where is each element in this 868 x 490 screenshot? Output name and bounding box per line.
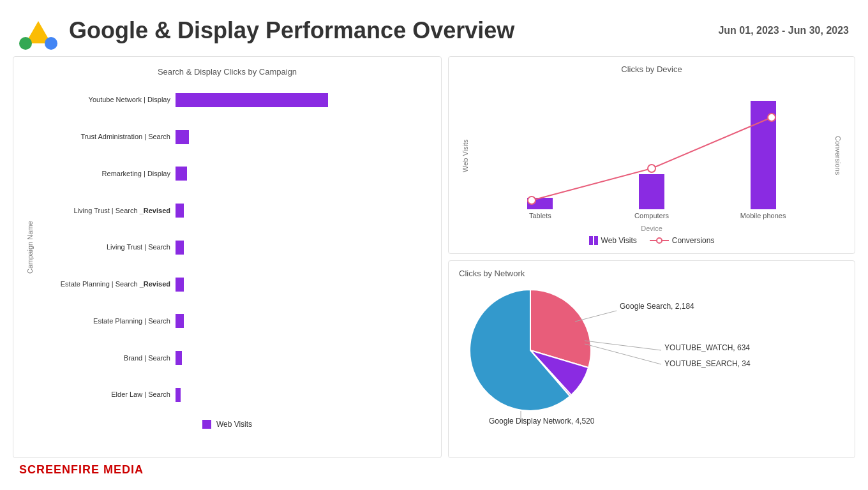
- device-x-label: Computers: [626, 212, 677, 219]
- bar-chart-title: Search & Display Clicks by Campaign: [24, 67, 431, 77]
- svg-point-6: [648, 165, 655, 172]
- svg-point-2: [45, 37, 57, 50]
- pie-label: Google Display Network, 4,520: [489, 417, 595, 426]
- svg-point-5: [528, 197, 535, 204]
- pie-container: Google Search, 2,184YOUTUBE_WATCH, 634YO…: [459, 283, 844, 424]
- device-x-label: Tablets: [514, 212, 565, 219]
- pie-label: YOUTUBE_SEARCH, 34: [664, 359, 751, 368]
- header-left: Google & Display Performance Overview: [19, 11, 514, 50]
- bar-label: Remarketing | Display: [43, 170, 170, 178]
- bar-row: Elder Law | Search: [43, 383, 431, 406]
- bar-row: Brand | Search: [43, 346, 431, 369]
- svg-line-4: [652, 117, 772, 168]
- svg-point-1: [19, 37, 32, 50]
- bar-container: [176, 241, 431, 255]
- bar-container: [176, 278, 431, 292]
- network-chart-title: Clicks by Network: [459, 269, 844, 278]
- right-panel: Clicks by Device Web Visits TabletsCompu…: [448, 56, 855, 458]
- bar-chart-panel: Search & Display Clicks by Campaign Camp…: [13, 56, 442, 458]
- footer: SCREENFIRE MEDIA: [0, 458, 868, 482]
- bar-row: Living Trust | Search: [43, 236, 431, 259]
- device-legend-conversions: Conversions: [650, 236, 715, 245]
- pie-label: YOUTUBE_WATCH, 634: [664, 343, 750, 352]
- bar-label: Estate Planning | Search: [43, 317, 170, 325]
- bar-chart-inner: Youtube Network | DisplayTrust Administr…: [36, 82, 431, 413]
- bar-fill: [176, 204, 184, 218]
- bar-label: Living Trust | Search _Revised: [43, 207, 170, 215]
- device-web-visits-label: Web Visits: [601, 236, 637, 245]
- page-title: Google & Display Performance Overview: [69, 17, 514, 44]
- bar-fill: [176, 388, 181, 402]
- google-ads-logo: [19, 11, 57, 50]
- device-x-axis-label: Device: [472, 225, 832, 232]
- bar-container: [176, 130, 431, 144]
- bar-legend-label: Web Visits: [216, 420, 252, 429]
- device-legend-web-visits: Web Visits: [589, 236, 637, 245]
- bar-row: Youtube Network | Display: [43, 89, 431, 112]
- device-conversions-label: Conversions: [832, 79, 844, 232]
- bar-fill: [176, 241, 184, 255]
- svg-point-7: [768, 114, 775, 121]
- bar-label: Elder Law | Search: [43, 390, 170, 399]
- device-chart-title: Clicks by Device: [459, 64, 844, 74]
- pie-connector: [585, 344, 661, 364]
- svg-point-9: [657, 238, 662, 243]
- bar-label: Estate Planning | Search _Revised: [43, 280, 170, 288]
- device-chart-panel: Clicks by Device Web Visits TabletsCompu…: [448, 56, 855, 254]
- svg-line-3: [532, 168, 652, 200]
- device-conversions-label-text: Conversions: [672, 236, 715, 245]
- bar-chart-legend: Web Visits: [24, 420, 431, 429]
- bar-label: Youtube Network | Display: [43, 96, 170, 104]
- line-overlay: [472, 79, 832, 209]
- bar-container: [176, 167, 431, 181]
- bar-container: [176, 204, 431, 218]
- pie-chart-svg: Google Search, 2,184YOUTUBE_WATCH, 634YO…: [467, 280, 837, 427]
- bar-legend-color: [202, 420, 211, 429]
- bar-fill: [176, 278, 184, 292]
- network-chart-panel: Clicks by Network Google Search, 2,184YO…: [448, 260, 855, 458]
- pie-label: Google Search, 2,184: [620, 302, 694, 311]
- device-x-axis: TabletsComputersMobile phones: [472, 209, 832, 222]
- device-legend: Web Visits Conversions: [459, 236, 844, 245]
- device-bars-area: [472, 79, 832, 209]
- bar-label: Brand | Search: [43, 354, 170, 362]
- conversions-line-icon: [650, 236, 669, 245]
- bar-container: [176, 93, 431, 107]
- pie-connector: [585, 341, 661, 350]
- bar-chart-y-axis-label: Campaign Name: [24, 82, 36, 413]
- header: Google & Display Performance Overview Ju…: [0, 0, 868, 56]
- bar-label: Trust Administration | Search: [43, 133, 170, 141]
- bar-label: Living Trust | Search: [43, 243, 170, 251]
- bar-fill: [176, 130, 189, 144]
- bar-container: [176, 388, 431, 402]
- bar-fill: [176, 351, 182, 365]
- pie-connector: [575, 311, 617, 322]
- footer-brand: SCREENFIRE MEDIA: [19, 463, 144, 477]
- bar-row: Living Trust | Search _Revised: [43, 199, 431, 222]
- device-y-axis-label: Web Visits: [459, 79, 472, 232]
- bar-container: [176, 314, 431, 328]
- device-chart-inner: Web Visits TabletsComputersMobile phones…: [459, 79, 844, 232]
- bar-fill: [176, 314, 184, 328]
- bar-chart-area: Campaign Name Youtube Network | DisplayT…: [24, 82, 431, 413]
- bar-row: Estate Planning | Search _Revised: [43, 273, 431, 296]
- device-x-label: Mobile phones: [738, 212, 789, 219]
- bar-fill: [176, 167, 187, 181]
- main-content: Search & Display Clicks by Campaign Camp…: [0, 56, 868, 458]
- bar-row: Estate Planning | Search: [43, 309, 431, 332]
- bar-row: Trust Administration | Search: [43, 126, 431, 149]
- date-range: Jun 01, 2023 - Jun 30, 2023: [718, 25, 849, 36]
- bar-container: [176, 351, 431, 365]
- bar-row: Remarketing | Display: [43, 162, 431, 185]
- bar-fill: [176, 93, 328, 107]
